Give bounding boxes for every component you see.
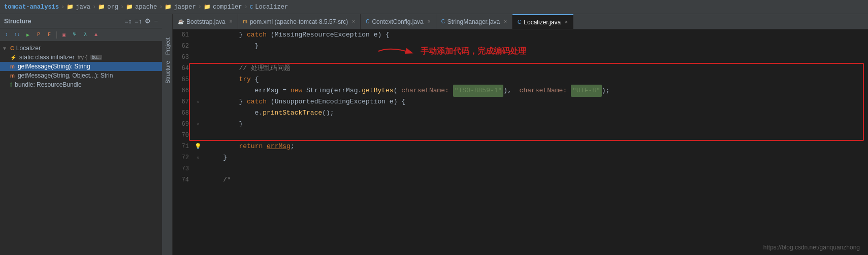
- gutter-69: ◇: [193, 119, 203, 130]
- project-vtab[interactable]: Project: [164, 34, 172, 58]
- gutter-66: [193, 85, 203, 96]
- gutter-70: [193, 130, 203, 141]
- class-type-icon: C: [10, 45, 14, 51]
- code-line-65: try {: [207, 74, 868, 85]
- tab-localizer[interactable]: C Localizer.java ×: [512, 14, 573, 29]
- tab-pom[interactable]: m pom.xml (apache-tomcat-8.5.57-src) ×: [238, 14, 361, 29]
- code-line-62: }: [207, 41, 868, 52]
- static-icon: ⚡: [10, 55, 16, 60]
- code-line-66: errMsg = new String(errMsg.getBytes( cha…: [207, 85, 868, 96]
- structure-header: Structure ≡↕ ≡↑ ⚙ −: [0, 14, 162, 28]
- localizer-tab-close[interactable]: ×: [565, 19, 568, 25]
- stringmanager-tab-icon: C: [441, 19, 445, 24]
- gutter-71[interactable]: 💡: [193, 141, 203, 152]
- watermark: https://blog.csdn.net/ganquanzhong: [763, 244, 860, 251]
- static-try: try {: [78, 54, 87, 60]
- tree-item-getmessage2[interactable]: m getMessage(String, Object...): Strin: [0, 71, 162, 80]
- tab-label-localizer: Localizer.java: [524, 19, 561, 26]
- code-line-64: // 处理乱码问题: [207, 63, 868, 74]
- linenum-71: 71: [173, 141, 193, 152]
- sort-alpha-button[interactable]: ≡↕: [124, 17, 132, 25]
- expand-all-button[interactable]: ↕: [2, 30, 11, 40]
- show-fields-button[interactable]: ▣: [59, 30, 69, 40]
- bootstrap-tab-close[interactable]: ×: [230, 19, 233, 24]
- tab-bootstrap[interactable]: ☕ Bootstrap.java ×: [173, 14, 238, 29]
- show-lambda-button[interactable]: λ: [81, 30, 90, 40]
- folder-icon-org: 📁: [98, 4, 105, 10]
- breadcrumb-bar: tomcat-analysis › 📁 java › 📁 org › 📁 apa…: [0, 0, 868, 14]
- line-numbers: 61 62 63 64 65 66 67 68 69 70 71 72 73 7…: [173, 29, 193, 255]
- pom-tab-close[interactable]: ×: [352, 19, 355, 24]
- structure-title: Structure: [4, 18, 31, 25]
- tab-stringmanager[interactable]: C StringManager.java ×: [436, 14, 512, 29]
- gutter-68: [193, 107, 203, 119]
- editor-area: ☕ Bootstrap.java × m pom.xml (apache-tom…: [173, 14, 868, 255]
- code-line-63: [207, 52, 868, 63]
- tree-label-getmessage2: getMessage(String, Object...): Strin: [18, 72, 113, 79]
- sort-visibility-button[interactable]: ≡↑: [135, 17, 142, 25]
- linenum-65: 65: [173, 74, 193, 85]
- sep2: ›: [92, 4, 96, 11]
- sep1: ›: [61, 4, 65, 11]
- contextconfig-tab-close[interactable]: ×: [428, 19, 431, 24]
- tab-label-bootstrap: Bootstrap.java: [186, 18, 226, 25]
- tree-label-localizer: Localizer: [16, 45, 41, 52]
- navigate2-button[interactable]: F: [45, 30, 54, 40]
- linenum-74: 74: [173, 174, 193, 186]
- tree-item-static-init[interactable]: ⚡ static class initializer try { bu...: [0, 53, 162, 62]
- tree-item-getmessage1[interactable]: m getMessage(String): String: [0, 62, 162, 71]
- contextconfig-tab-icon: C: [366, 19, 369, 24]
- code-line-69: }: [207, 119, 868, 130]
- sep3: ›: [120, 4, 124, 11]
- bc-java[interactable]: java: [76, 4, 90, 11]
- bc-localizer[interactable]: Localizer: [255, 4, 288, 11]
- gutter-72: ◇: [193, 152, 203, 163]
- structure-toolbar-row: ↕ ↑↓ ▶ P F ▣ Ψ λ ▲: [0, 28, 162, 42]
- code-line-68: e.printStackTrace();: [207, 107, 868, 119]
- code-line-73: [207, 163, 868, 174]
- tree-label-static: static class initializer: [19, 54, 75, 61]
- sep6: ›: [244, 4, 248, 11]
- structure-vtab[interactable]: Structure: [164, 58, 172, 87]
- sep-toolbar: [56, 31, 57, 39]
- bc-compiler[interactable]: compiler: [213, 4, 242, 11]
- linenum-61: 61: [173, 29, 193, 41]
- stringmanager-tab-close[interactable]: ×: [504, 19, 507, 24]
- linenum-69: 69: [173, 119, 193, 130]
- code-editor[interactable]: 61 62 63 64 65 66 67 68 69 70 71 72 73 7…: [173, 29, 868, 255]
- folder-icon-java: 📁: [67, 4, 74, 10]
- code-content[interactable]: } catch (MissingResourceException e) { }…: [203, 29, 868, 255]
- settings-button[interactable]: ⚙: [145, 17, 151, 25]
- show-inherited-button[interactable]: ▲: [91, 30, 101, 40]
- tree-item-bundle[interactable]: f bundle: ResourceBundle: [0, 80, 162, 89]
- linenum-68: 68: [173, 107, 193, 119]
- bc-org[interactable]: org: [107, 4, 118, 11]
- show-methods-button[interactable]: Ψ: [70, 30, 79, 40]
- field-icon: f: [10, 82, 12, 88]
- project-name[interactable]: tomcat-analysis: [4, 4, 59, 11]
- method-icon-2: m: [10, 73, 15, 79]
- sep5: ›: [198, 4, 202, 11]
- gutter-74: [193, 174, 203, 186]
- code-line-70: [207, 130, 868, 141]
- filter-button[interactable]: ▶: [23, 30, 33, 40]
- tab-contextconfig[interactable]: C ContextConfig.java ×: [361, 14, 436, 29]
- tree-item-localizer[interactable]: ▼ C Localizer: [0, 44, 162, 53]
- tree-label-bundle: bundle: ResourceBundle: [15, 81, 81, 88]
- gutter-62: [193, 41, 203, 52]
- folder-icon-jasper: 📁: [165, 4, 172, 10]
- main-content: Structure ≡↕ ≡↑ ⚙ − ↕ ↑↓ ▶ P F ▣ Ψ λ ▲ ▼…: [0, 14, 868, 255]
- class-icon-localizer: C: [250, 4, 253, 10]
- bc-apache[interactable]: apache: [135, 4, 157, 11]
- linenum-73: 73: [173, 163, 193, 174]
- navigate-button[interactable]: P: [34, 30, 43, 40]
- gutter-63: [193, 52, 203, 63]
- linenum-64: 64: [173, 63, 193, 74]
- editor-tab-bar: ☕ Bootstrap.java × m pom.xml (apache-tom…: [173, 14, 868, 29]
- gutter-area: ◇ ◇ 💡 ◇: [193, 29, 203, 255]
- close-panel-button[interactable]: −: [154, 17, 158, 25]
- collapse-all-button[interactable]: ↑↓: [13, 30, 22, 40]
- bc-jasper[interactable]: jasper: [174, 4, 196, 11]
- linenum-72: 72: [173, 152, 193, 163]
- folder-icon-compiler: 📁: [204, 4, 211, 10]
